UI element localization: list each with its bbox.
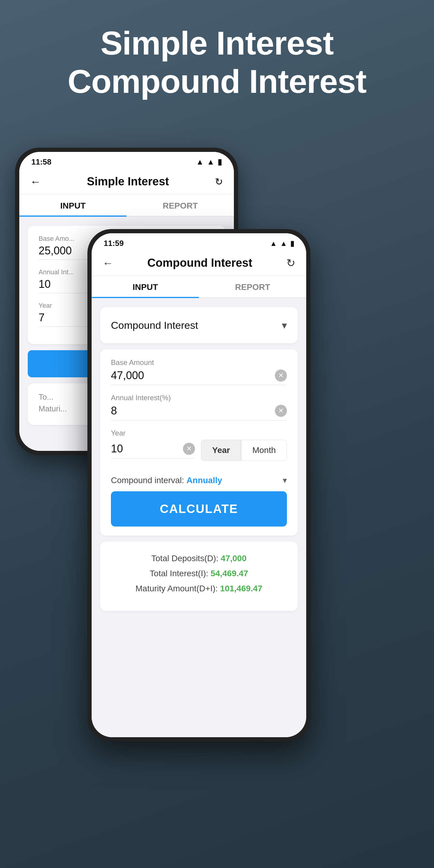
front-input-card: Base Amount 47,000 ✕ Annual Interest(%) … — [100, 349, 298, 535]
front-total-interest-row: Total Interest(I): 54,469.47 — [111, 569, 287, 578]
front-year-toggle-button[interactable]: Year — [201, 440, 241, 461]
front-base-amount-input[interactable]: 47,000 — [111, 369, 275, 382]
front-refresh-icon[interactable]: ↻ — [286, 257, 296, 270]
front-base-amount-label: Base Amount — [111, 358, 287, 367]
hero-title: Simple Interest Compound Interest — [0, 24, 434, 100]
front-year-month-toggle: Year Month — [201, 440, 287, 461]
front-wifi-icon: ▲ — [270, 239, 277, 248]
front-annual-interest-input[interactable]: 8 — [111, 404, 275, 417]
front-calculate-button[interactable]: CALCULATE — [111, 491, 287, 527]
front-back-icon[interactable]: ← — [102, 257, 113, 270]
phone-front-inner: 11:59 ▲ ▲ ▮ ← Compound Interest ↻ INPUT … — [92, 233, 306, 737]
back-tab-input[interactable]: INPUT — [19, 194, 127, 216]
front-base-amount-group: Base Amount 47,000 ✕ — [111, 358, 287, 385]
front-results-card: Total Deposits(D): 47,000 Total Interest… — [100, 541, 298, 611]
front-annual-interest-label: Annual Interest(%) — [111, 394, 287, 402]
back-tab-bar: INPUT REPORT — [19, 194, 234, 217]
front-maturity-amount-row: Maturity Amount(D+I): 101,469.47 — [111, 584, 287, 593]
back-header-back-icon[interactable]: ← — [30, 176, 41, 188]
front-total-interest-label: Total Interest(I): — [150, 569, 209, 578]
front-compound-interval-value: Annually — [187, 475, 222, 485]
back-wifi-icon: ▲ — [196, 157, 204, 167]
front-month-toggle-button[interactable]: Month — [241, 440, 287, 461]
front-annual-interest-clear[interactable]: ✕ — [275, 405, 287, 417]
front-base-amount-clear[interactable]: ✕ — [275, 370, 287, 381]
front-compound-interval-arrow-icon: ▾ — [283, 475, 287, 485]
front-year-clear[interactable]: ✕ — [183, 443, 195, 455]
front-year-input[interactable]: 10 — [111, 442, 183, 455]
back-battery-icon: ▮ — [218, 157, 222, 167]
back-signal-icon: ▲ — [207, 157, 215, 167]
front-base-amount-row: 47,000 ✕ — [111, 369, 287, 385]
front-tab-input[interactable]: INPUT — [92, 276, 199, 298]
front-time: 11:59 — [104, 239, 124, 248]
back-time: 11:58 — [31, 157, 52, 167]
front-tab-report[interactable]: REPORT — [199, 276, 306, 298]
front-total-deposits-row: Total Deposits(D): 47,000 — [111, 554, 287, 563]
front-status-icons: ▲ ▲ ▮ — [270, 239, 294, 248]
front-compound-interval-label: Compound interval: — [111, 475, 184, 485]
front-compound-interval-row[interactable]: Compound interval: Annually ▾ — [111, 469, 287, 488]
front-annual-interest-group: Annual Interest(%) 8 ✕ — [111, 394, 287, 421]
back-app-header: ← Simple Interest ↻ — [19, 169, 234, 194]
front-maturity-amount-label: Maturity Amount(D+I): — [135, 584, 218, 593]
front-status-bar: 11:59 ▲ ▲ ▮ — [92, 233, 306, 250]
front-year-month-row: 10 ✕ Year Month — [111, 440, 287, 461]
front-total-interest-value: 54,469.47 — [211, 569, 248, 578]
back-status-icons: ▲ ▲ ▮ — [196, 157, 222, 167]
front-year-label: Year — [111, 429, 287, 437]
front-maturity-amount-value: 101,469.47 — [220, 584, 262, 593]
front-total-deposits-label: Total Deposits(D): — [151, 554, 218, 563]
back-header-refresh-icon[interactable]: ↻ — [215, 176, 223, 187]
back-status-bar: 11:58 ▲ ▲ ▮ — [19, 152, 234, 169]
front-header-title: Compound Interest — [147, 256, 252, 270]
front-dropdown-row[interactable]: Compound Interest ▾ — [111, 316, 287, 334]
front-battery-icon: ▮ — [290, 239, 294, 248]
hero-line2: Compound Interest — [0, 62, 434, 101]
front-dropdown-label: Compound Interest — [111, 319, 198, 331]
front-annual-interest-row: 8 ✕ — [111, 404, 287, 421]
front-app-header: ← Compound Interest ↻ — [92, 250, 306, 276]
back-tab-report[interactable]: REPORT — [127, 194, 234, 216]
front-tab-bar: INPUT REPORT — [92, 276, 306, 298]
front-year-input-group: 10 ✕ — [111, 442, 195, 458]
front-year-input-row: 10 ✕ — [111, 442, 195, 458]
front-dropdown-card: Compound Interest ▾ — [100, 307, 298, 343]
front-year-group: Year 10 ✕ Year — [111, 429, 287, 461]
back-header-title: Simple Interest — [87, 175, 169, 188]
front-total-deposits-value: 47,000 — [221, 554, 247, 563]
phone-front: 11:59 ▲ ▲ ▮ ← Compound Interest ↻ INPUT … — [87, 229, 310, 741]
front-dropdown-arrow-icon: ▾ — [282, 319, 287, 331]
hero-line1: Simple Interest — [0, 24, 434, 62]
front-content-area: Compound Interest ▾ Base Amount 47,000 ✕… — [92, 298, 306, 737]
front-signal-icon: ▲ — [280, 239, 287, 248]
